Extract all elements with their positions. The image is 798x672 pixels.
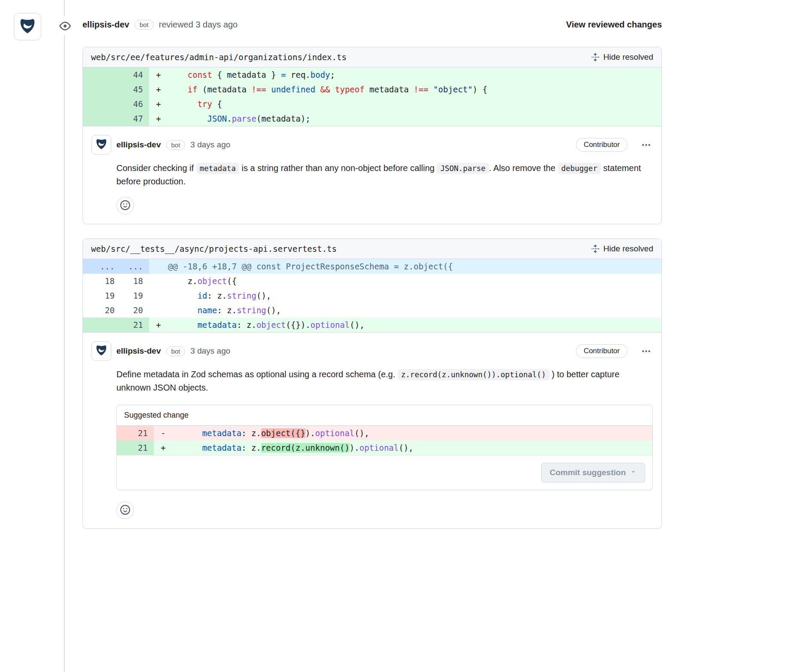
smiley-icon	[120, 505, 130, 516]
hide-resolved-button[interactable]: Hide resolved	[591, 52, 653, 62]
suggestion-footer: Commit suggestion	[117, 455, 652, 490]
file-header: web/src/__tests__/async/projects-api.ser…	[83, 239, 661, 259]
review-thread-card: web/src/__tests__/async/projects-api.ser…	[82, 238, 662, 529]
bot-badge: bot	[166, 346, 186, 356]
line-number-new: 45	[121, 82, 149, 97]
line-number-new: 21	[121, 318, 149, 332]
comment-avatar[interactable]	[91, 135, 111, 155]
comment-body: Consider checking if metadata is a strin…	[116, 162, 651, 188]
suggestion-line-del: 21- metadata: z.object({}).optional(),	[117, 426, 652, 440]
ellipsis-logo-icon	[95, 344, 107, 358]
ellipsis-logo-icon	[19, 17, 36, 36]
line-number-old	[83, 67, 121, 82]
caret-down-icon	[630, 468, 637, 477]
diff-line-add[interactable]: 46+ try {	[83, 97, 661, 111]
diff-line-add[interactable]: 47+ JSON.parse(metadata);	[83, 111, 661, 126]
line-number-old: ...	[83, 259, 121, 274]
comment-author[interactable]: ellipsis-dev	[116, 346, 161, 356]
fold-icon	[591, 244, 600, 253]
line-number-old	[83, 318, 121, 332]
bot-badge: bot	[134, 20, 154, 30]
commit-suggestion-button[interactable]: Commit suggestion	[541, 463, 645, 483]
eye-icon	[55, 16, 74, 35]
inline-code: z.record(z.unknown()).optional()	[398, 369, 549, 380]
view-reviewed-changes-link[interactable]: View reviewed changes	[566, 20, 662, 30]
diff-line-add[interactable]: 21+ metadata: z.object({}).optional(),	[83, 318, 661, 332]
hide-resolved-label: Hide resolved	[603, 244, 653, 254]
file-path[interactable]: web/src/ee/features/admin-api/organizati…	[91, 52, 347, 62]
suggested-change-title: Suggested change	[117, 405, 652, 426]
diff-line-ctx[interactable]: 1818 z.object({	[83, 274, 661, 288]
hide-resolved-button[interactable]: Hide resolved	[591, 244, 653, 254]
comment-header: ellipsis-dev bot 3 days ago Contributor	[91, 135, 653, 155]
inline-code: metadata	[196, 163, 239, 174]
comment-author[interactable]: ellipsis-dev	[116, 140, 161, 150]
review-comment: ellipsis-dev bot 3 days ago Contributor …	[83, 126, 661, 224]
hide-resolved-label: Hide resolved	[603, 52, 653, 62]
ellipsis-logo-icon	[95, 138, 107, 152]
line-number-new: 46	[121, 97, 149, 111]
suggestion-diff-table: 21- metadata: z.object({}).optional(),21…	[117, 426, 652, 455]
contributor-badge: Contributor	[576, 138, 627, 152]
diff-line-ctx[interactable]: 1919 id: z.string(),	[83, 288, 661, 303]
pr-review-timeline: ellipsis-dev bot reviewed 3 days ago Vie…	[0, 0, 798, 672]
diff-line-ctx[interactable]: 2020 name: z.string(),	[83, 303, 661, 318]
line-number-new: 47	[121, 111, 149, 126]
diff-line-hunk[interactable]: ......@@ -18,6 +18,7 @@ const ProjectRes…	[83, 259, 661, 274]
diff-code: + metadata: z.record(z.unknown()).option…	[154, 440, 652, 455]
review-action-text: reviewed 3 days ago	[159, 20, 238, 30]
line-number-old	[83, 97, 121, 111]
file-path[interactable]: web/src/__tests__/async/projects-api.ser…	[91, 244, 337, 254]
diff-code: + metadata: z.object({}).optional(),	[149, 318, 661, 332]
review-header: ellipsis-dev bot reviewed 3 days ago Vie…	[82, 15, 662, 30]
diff-code: name: z.string(),	[149, 303, 661, 318]
line-number-new: 20	[121, 303, 149, 318]
line-number-new: 18	[121, 274, 149, 288]
file-header: web/src/ee/features/admin-api/organizati…	[83, 47, 661, 67]
add-reaction-button[interactable]	[116, 197, 134, 214]
line-number-old: 19	[83, 288, 121, 303]
fold-icon	[591, 53, 600, 61]
inline-code: debugger	[558, 163, 601, 174]
commit-suggestion-label: Commit suggestion	[550, 468, 626, 477]
contributor-badge: Contributor	[576, 344, 627, 358]
comment-timestamp[interactable]: 3 days ago	[190, 140, 230, 150]
timeline-line	[64, 0, 65, 672]
line-number: 21	[117, 440, 154, 455]
suggested-change-block: Suggested change 21- metadata: z.object(…	[116, 405, 653, 490]
reviewer-name[interactable]: ellipsis-dev	[82, 20, 129, 30]
line-number-new: ...	[121, 259, 149, 274]
smiley-icon	[120, 200, 130, 211]
line-number-new: 44	[121, 67, 149, 82]
comment-avatar[interactable]	[91, 341, 111, 361]
comment-body: Define metadata in Zod schemas as option…	[116, 368, 651, 394]
diff-code: + const { metadata } = req.body;	[149, 67, 661, 82]
review-comment: ellipsis-dev bot 3 days ago Contributor …	[83, 333, 661, 528]
diff-table: ......@@ -18,6 +18,7 @@ const ProjectRes…	[83, 259, 661, 333]
diff-line-add[interactable]: 44+ const { metadata } = req.body;	[83, 67, 661, 82]
diff-code: + JSON.parse(metadata);	[149, 111, 661, 126]
diff-code: + try {	[149, 97, 661, 111]
kebab-icon[interactable]	[640, 138, 653, 152]
line-number-old: 18	[83, 274, 121, 288]
diff-code: z.object({	[149, 274, 661, 288]
line-number-old	[83, 82, 121, 97]
comment-header: ellipsis-dev bot 3 days ago Contributor	[91, 341, 653, 361]
diff-code: - metadata: z.object({}).optional(),	[154, 426, 652, 440]
line-number: 21	[117, 426, 154, 440]
diff-line-add[interactable]: 45+ if (metadata !== undefined && typeof…	[83, 82, 661, 97]
comment-timestamp[interactable]: 3 days ago	[190, 346, 230, 356]
suggestion-line-add: 21+ metadata: z.record(z.unknown()).opti…	[117, 440, 652, 455]
line-number-new: 19	[121, 288, 149, 303]
kebab-icon[interactable]	[640, 345, 653, 358]
review-thread-card: web/src/ee/features/admin-api/organizati…	[82, 47, 662, 224]
diff-code: + if (metadata !== undefined && typeof m…	[149, 82, 661, 97]
bot-badge: bot	[166, 140, 186, 150]
inline-code: JSON.parse	[437, 163, 489, 174]
reviewer-avatar[interactable]	[14, 13, 41, 40]
line-number-old	[83, 111, 121, 126]
diff-table: 44+ const { metadata } = req.body;45+ if…	[83, 67, 661, 126]
add-reaction-button[interactable]	[116, 501, 134, 519]
diff-code: id: z.string(),	[149, 288, 661, 303]
review-content: ellipsis-dev bot reviewed 3 days ago Vie…	[82, 15, 662, 543]
